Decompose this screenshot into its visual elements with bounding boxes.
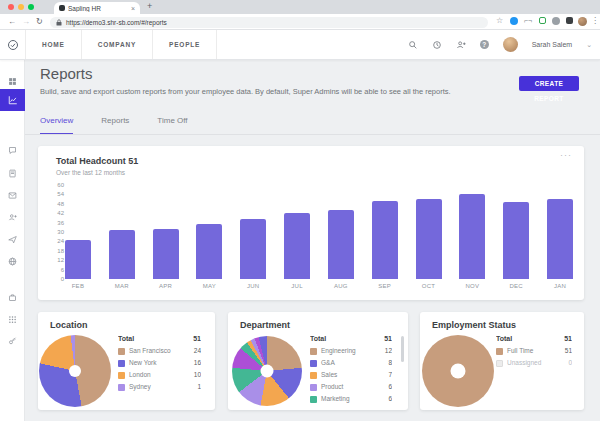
legend-row: Engineering12 [310,347,392,355]
search-icon[interactable] [408,40,418,50]
department-chart-card: Department Total51 Engineering12G&A8Sale… [228,312,408,410]
headcount-chart-card: Total Headcount 51 Over the last 12 mont… [38,146,584,300]
browser-profile-avatar[interactable] [578,17,587,26]
address-bar[interactable]: https://demo3.shr-sb.com/#/reports [50,17,488,28]
legend-row: Sales7 [310,371,392,379]
add-user-icon[interactable] [456,40,466,50]
bar-aug [328,210,354,279]
tab-title: Sapling HR [68,5,128,12]
x-tick: MAY [187,283,231,289]
x-tick: MAR [100,283,144,289]
legend: Total51 Engineering12G&A8Sales7Product6M… [310,335,392,406]
location-donut-chart [39,335,111,407]
extension-icon[interactable] [510,17,518,25]
x-tick: FEB [56,283,100,289]
sidebar-item-integrations[interactable] [0,332,24,346]
window-zoom-button[interactable] [28,4,34,10]
chart-title: Total Headcount 51 [56,156,138,166]
help-icon[interactable]: ? [480,40,489,49]
legend-row: G&A8 [310,359,392,367]
nav-item-people[interactable]: PEOPLE [153,30,217,59]
nav-item-home[interactable]: HOME [26,30,82,59]
legend-total-row: Total51 [118,335,201,342]
x-tick: AUG [319,283,363,289]
chart-subtitle: Over the last 12 months [56,169,125,176]
sidebar [0,60,25,421]
legend-scrollbar[interactable] [401,336,404,362]
window-close-button[interactable] [8,4,14,10]
bar-series [56,185,582,279]
chart-title: Department [240,320,290,330]
window-minimize-button[interactable] [18,4,24,10]
browser-menu-icon[interactable]: ⋮ [591,16,599,26]
x-tick: JUL [275,283,319,289]
legend-row: San Francisco24 [118,347,201,355]
bar-oct [416,199,442,279]
extension-icon[interactable]: ⌐¬ [524,16,532,26]
new-tab-button[interactable]: + [147,1,152,11]
sidebar-item-organization[interactable] [0,288,24,302]
bar-feb [65,240,91,279]
divider [25,134,600,135]
chart-title: Employment Status [432,320,516,330]
bar-jan [547,199,573,279]
legend-row: Full Time51 [496,347,572,355]
sidebar-item-documents[interactable] [0,164,24,178]
chart-title: Location [50,320,88,330]
location-chart-card: Location Total51 San Francisco24New York… [38,312,215,410]
legend-total-row: Total51 [496,335,572,342]
browser-tab[interactable]: Sapling HR × [54,2,140,14]
sidebar-item-inbox[interactable] [0,186,24,200]
chevron-down-icon[interactable]: ⌄ [586,41,592,49]
tab-time-off[interactable]: Time Off [157,116,187,135]
page-title: Reports [40,65,93,82]
bar-apr [153,229,179,279]
sidebar-item-analytics[interactable] [0,89,25,111]
browser-tab-strip: Sapling HR × + [0,0,600,14]
back-icon[interactable]: ← [8,17,16,26]
legend-row: Marketing6 [310,395,392,403]
main-nav: HOMECOMPANYPEOPLE [25,30,217,59]
create-report-button[interactable]: CREATE REPORT [519,76,579,91]
card-menu-icon[interactable]: ··· [560,150,572,160]
bar-sep [372,201,398,279]
extension-icon[interactable] [566,17,573,24]
history-icon[interactable] [432,40,442,50]
x-tick: JUN [231,283,275,289]
nav-item-company[interactable]: COMPANY [82,30,153,59]
employment-status-chart-card: Employment Status Total51 Full Time51Una… [420,312,584,410]
bookmark-star-icon[interactable]: ☆ [496,16,503,26]
x-tick: APR [144,283,188,289]
legend-total-row: Total51 [310,335,392,342]
reload-icon[interactable]: ↻ [36,17,43,26]
bar-dec [503,202,529,279]
tab-reports[interactable]: Reports [101,116,129,135]
forward-icon[interactable]: → [22,17,30,26]
bar-may [196,224,222,279]
sidebar-item-dashboard[interactable] [0,72,24,86]
report-tabs: OverviewReportsTime Off [40,116,188,135]
sidebar-item-globe[interactable] [0,252,24,266]
close-tab-icon[interactable]: × [131,5,135,12]
sidebar-item-apps[interactable] [0,310,24,324]
x-tick: DEC [494,283,538,289]
main-content: Reports Build, save and export custom re… [25,60,600,421]
sapling-logo-icon[interactable] [7,39,19,51]
legend-row: Sydney1 [118,383,201,391]
user-avatar[interactable] [503,37,518,52]
extension-badge-icon[interactable] [552,17,560,25]
x-tick: JAN [538,283,582,289]
url-text: https://demo3.shr-sb.com/#/reports [66,19,167,26]
sidebar-item-add-person[interactable] [0,208,24,222]
page-description: Build, save and export custom reports fr… [40,87,451,96]
browser-toolbar: ← → ↻ https://demo3.shr-sb.com/#/reports… [0,14,600,30]
bar-jun [240,219,266,279]
department-donut-chart [232,336,302,406]
extension-icon[interactable] [539,17,546,24]
bar-jul [284,213,310,279]
user-name: Sarah Salem [532,41,572,48]
tab-overview[interactable]: Overview [40,116,73,135]
sidebar-item-chat[interactable] [0,141,24,155]
legend: Total51 Full Time51Unassigned0 [496,335,572,371]
sidebar-item-travel[interactable] [0,230,24,244]
